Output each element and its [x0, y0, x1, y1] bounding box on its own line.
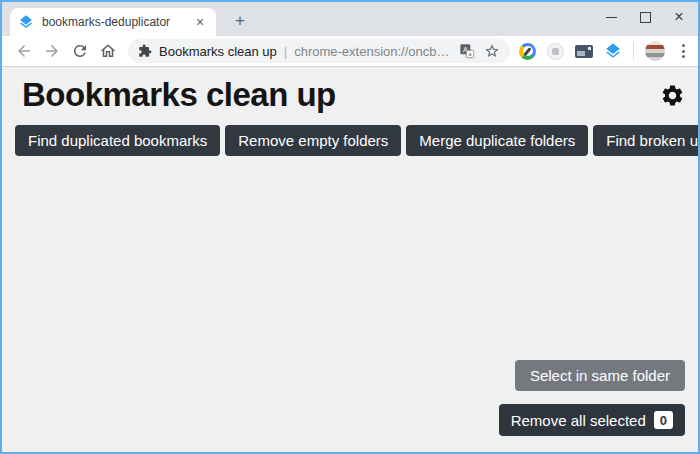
needle-icon: [523, 47, 531, 56]
tab-bookmarks-deduplicator[interactable]: bookmarks-deduplicator ×: [10, 8, 216, 36]
back-icon[interactable]: [15, 42, 33, 60]
close-window-button[interactable]: ×: [662, 2, 696, 32]
tab-strip: bookmarks-deduplicator × + ×: [2, 2, 698, 36]
close-icon: ×: [674, 9, 683, 25]
browser-window: bookmarks-deduplicator × + × Bookmarks c…: [0, 0, 700, 454]
window-controls: ×: [594, 2, 696, 32]
omnibox-page-label: Bookmarks clean up: [159, 44, 277, 59]
minimize-button[interactable]: [594, 2, 628, 32]
toolbar-separator: [633, 42, 634, 60]
remove-all-selected-label: Remove all selected: [511, 412, 646, 429]
maximize-icon: [640, 12, 651, 23]
extension-puzzle-icon: [138, 44, 152, 58]
screenshot-extension-icon[interactable]: [575, 45, 593, 58]
omnibox-url: chrome-extension://oncbj...: [294, 44, 450, 59]
tab-title: bookmarks-deduplicator: [42, 15, 192, 29]
reload-icon[interactable]: [71, 42, 89, 60]
remove-all-selected-button[interactable]: Remove all selected 0: [499, 404, 685, 436]
page-header: Bookmarks clean up: [15, 67, 685, 125]
address-bar[interactable]: Bookmarks clean up | chrome-extension://…: [128, 39, 510, 63]
tab-close-icon[interactable]: ×: [192, 14, 208, 30]
color-wheel-extension-icon[interactable]: [519, 43, 536, 60]
omnibox-separator: |: [284, 44, 287, 59]
bookmark-star-icon[interactable]: [484, 43, 500, 59]
new-tab-button[interactable]: +: [228, 10, 252, 32]
svg-text:a: a: [469, 51, 472, 57]
forward-icon[interactable]: [43, 42, 61, 60]
translate-icon[interactable]: A a: [459, 43, 475, 59]
profile-avatar[interactable]: [645, 41, 665, 61]
gear-icon[interactable]: [660, 83, 685, 108]
find-broken-urls-button[interactable]: Find broken urls: [593, 125, 700, 156]
extensions-area: [519, 41, 690, 61]
page-title: Bookmarks clean up: [22, 75, 336, 115]
extension-page: Bookmarks clean up Find duplicated bookm…: [2, 67, 698, 452]
browser-toolbar: Bookmarks clean up | chrome-extension://…: [2, 36, 698, 66]
home-icon[interactable]: [99, 42, 117, 60]
maximize-button[interactable]: [628, 2, 662, 32]
merge-duplicate-folders-button[interactable]: Merge duplicate folders: [406, 125, 588, 156]
find-duplicated-bookmarks-button[interactable]: Find duplicated bookmarks: [15, 125, 220, 156]
action-button-row: Find duplicated bookmarks Remove empty f…: [15, 125, 685, 156]
remove-empty-folders-button[interactable]: Remove empty folders: [225, 125, 401, 156]
minimize-icon: [606, 17, 617, 18]
layers-favicon-icon: [18, 14, 34, 30]
layers-extension-icon[interactable]: [604, 42, 622, 60]
select-in-same-folder-button[interactable]: Select in same folder: [515, 360, 685, 391]
grayed-extension-icon[interactable]: [547, 43, 564, 60]
selected-count-badge: 0: [654, 411, 673, 429]
kebab-menu-icon[interactable]: [676, 42, 690, 60]
bottom-action-stack: Select in same folder Remove all selecte…: [499, 360, 685, 436]
